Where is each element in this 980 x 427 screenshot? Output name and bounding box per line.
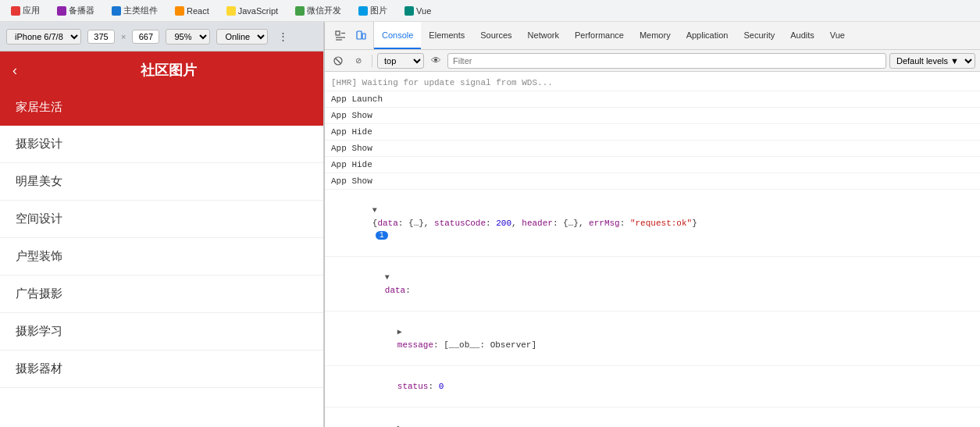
svg-line-7 (336, 59, 340, 63)
category-item-6[interactable]: 摄影学习 (0, 313, 323, 350)
category-active[interactable]: 家居生活 (0, 89, 323, 126)
zoom-select[interactable]: 95% (166, 29, 210, 44)
bookmark-zulei[interactable]: 主类组件 (107, 3, 162, 18)
devtools-icons (328, 22, 374, 49)
width-input[interactable] (87, 30, 115, 44)
tab-console[interactable]: Console (374, 22, 421, 49)
tab-application[interactable]: Application (679, 22, 736, 49)
console-line-launch: App Launch (325, 91, 980, 108)
log-levels-select[interactable]: Default levels ▼ (889, 53, 975, 69)
bookmark-vue[interactable]: Vue (400, 5, 436, 17)
category-item-3[interactable]: 空间设计 (0, 201, 323, 238)
tab-sources[interactable]: Sources (472, 22, 519, 49)
devtools-tabs: Console Elements Sources Network Perform… (325, 22, 980, 50)
network-select[interactable]: Online (216, 29, 268, 44)
console-line-status: status: 0 (325, 366, 980, 407)
device-toggle-button[interactable] (351, 27, 370, 45)
console-line-proto1[interactable]: ▶ __proto__: Object (325, 407, 980, 427)
preserve-log-button[interactable]: ⊘ (350, 52, 367, 69)
back-button[interactable]: ‹ (12, 62, 17, 79)
toolbar-separator (372, 55, 372, 67)
eye-button[interactable]: 👁 (427, 52, 444, 69)
console-line-show2: App Show (325, 141, 980, 157)
console-output: [HMR] Waiting for update signal from WDS… (325, 72, 980, 427)
more-options-button[interactable]: ⋮ (274, 28, 291, 45)
category-item-2[interactable]: 明星美女 (0, 163, 323, 201)
devtools-panel: Console Elements Sources Network Perform… (324, 22, 980, 427)
mobile-panel: iPhone 6/7/8 × 95% Online ⋮ ‹ 社区图片 家居生活 … (0, 22, 324, 427)
bookmark-bofangqi[interactable]: 备播器 (52, 3, 99, 18)
console-line-show1: App Show (325, 108, 980, 124)
clear-console-button[interactable] (330, 52, 347, 69)
tab-vue[interactable]: Vue (822, 22, 853, 49)
console-toolbar: ⊘ top 👁 Default levels ▼ (325, 50, 980, 72)
svg-rect-4 (357, 31, 362, 39)
tab-network[interactable]: Network (520, 22, 567, 49)
data-toggle[interactable]: ▼ (385, 273, 390, 282)
bookmark-bar: 应用 备播器 主类组件 React JavaScript 微信开发 图片 Vue (0, 0, 980, 22)
svg-rect-0 (336, 31, 340, 35)
bookmark-app[interactable]: 应用 (6, 3, 45, 18)
tab-audits[interactable]: Audits (782, 22, 822, 49)
bookmark-weixin[interactable]: 微信开发 (290, 3, 346, 18)
console-line-object-root[interactable]: ▼ {data: {…}, statusCode: 200, header: {… (325, 190, 980, 257)
app-header: ‹ 社区图片 (0, 52, 323, 89)
bookmark-react[interactable]: React (170, 5, 214, 17)
tab-performance[interactable]: Performance (567, 22, 632, 49)
height-input[interactable] (132, 30, 159, 44)
context-select[interactable]: top (377, 53, 424, 69)
tab-elements[interactable]: Elements (421, 22, 472, 49)
app-title: 社区图片 (27, 61, 311, 80)
console-line-hide2: App Hide (325, 157, 980, 173)
tab-memory[interactable]: Memory (632, 22, 679, 49)
repeat-count: 1 (376, 231, 388, 240)
console-line-show3: App Show (325, 173, 980, 190)
console-line-hide1: App Hide (325, 124, 980, 141)
proto1-toggle[interactable]: ▶ (397, 424, 402, 427)
message-toggle[interactable]: ▶ (397, 328, 402, 336)
mobile-toolbar: iPhone 6/7/8 × 95% Online ⋮ (0, 22, 323, 52)
category-item-4[interactable]: 户型装饰 (0, 238, 323, 276)
filter-input[interactable] (447, 53, 886, 69)
category-item-5[interactable]: 广告摄影 (0, 276, 323, 313)
console-line-hmr: [HMR] Waiting for update signal from WDS… (325, 75, 980, 91)
object-toggle[interactable]: ▼ (372, 206, 377, 215)
inspect-element-button[interactable] (331, 27, 350, 45)
bookmark-javascript[interactable]: JavaScript (222, 5, 283, 17)
console-line-message[interactable]: ▶ message: [__ob__: Observer] (325, 311, 980, 366)
category-item-7[interactable]: 摄影器材 (0, 350, 323, 388)
device-select[interactable]: iPhone 6/7/8 (6, 29, 81, 44)
bookmark-image[interactable]: 图片 (354, 3, 392, 18)
app-content: ‹ 社区图片 家居生活 摄影设计 明星美女 空间设计 户型装饰 广告摄影 摄影学… (0, 52, 323, 427)
category-item-1[interactable]: 摄影设计 (0, 126, 323, 163)
console-line-data-key[interactable]: ▼ data: (325, 257, 980, 311)
tab-security[interactable]: Security (736, 22, 782, 49)
svg-rect-5 (362, 34, 365, 39)
